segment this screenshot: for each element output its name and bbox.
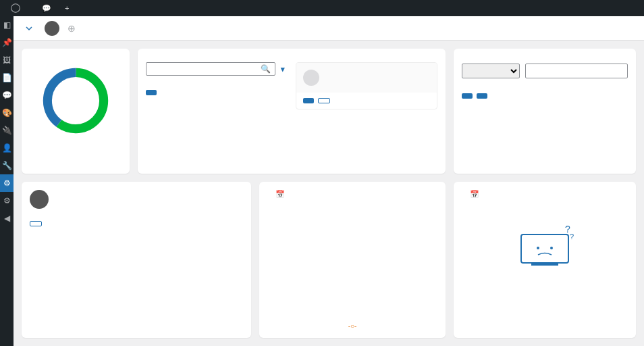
svg-point-0 [11, 4, 20, 13]
new-content[interactable]: + [59, 4, 77, 12]
wp-logo[interactable] [5, 3, 26, 13]
wp-admin-bar: 💬 + [0, 0, 644, 16]
comments-count[interactable]: 💬 [36, 4, 59, 13]
